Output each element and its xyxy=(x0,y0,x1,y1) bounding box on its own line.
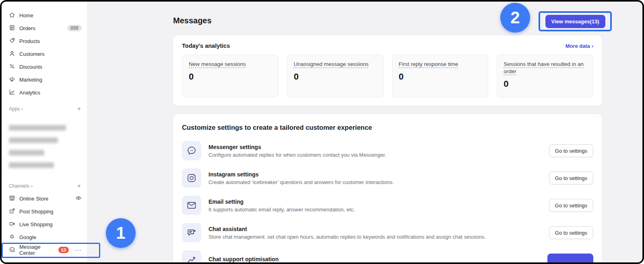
stat-unassigned-message-sessions: Unassigned message sessions 0 xyxy=(287,55,384,97)
sidebar-item-home[interactable]: Home xyxy=(2,9,87,22)
marketing-icon xyxy=(9,76,15,84)
instagram-icon xyxy=(182,168,201,188)
channels-section-header: Channels › + xyxy=(2,180,87,192)
sidebar-item-customers[interactable]: Customers xyxy=(2,47,87,60)
stat-label: Unassigned message sessions xyxy=(294,61,377,68)
stat-label: New message sessions xyxy=(189,61,272,68)
settings-row-desc: Create automated ‘icebreaker’ questions … xyxy=(208,179,394,185)
sidebar-item-label: Analytics xyxy=(19,90,40,96)
analytics-card: Today's analytics More data › New messag… xyxy=(173,35,602,106)
app-window: Home Orders 899 Products Customers Disco… xyxy=(0,0,644,264)
stats-row: New message sessions 0 Unassigned messag… xyxy=(182,55,593,97)
post-shopping-icon xyxy=(9,208,15,215)
home-icon xyxy=(9,12,15,19)
analytics-card-title: Today's analytics xyxy=(182,43,230,49)
google-icon: G xyxy=(9,233,15,241)
more-data-link[interactable]: More data › xyxy=(566,43,593,49)
sidebar-item-marketing[interactable]: Marketing xyxy=(2,73,87,86)
sidebar-item-label: Customers xyxy=(19,51,45,57)
settings-row-chat-assistant: Chat assistant Store chat management: se… xyxy=(182,222,593,243)
settings-row-title: Chat assistant xyxy=(208,226,486,232)
sidebar-item-label: Message Center xyxy=(19,244,52,256)
go-to-settings-button[interactable] xyxy=(547,254,593,264)
stat-sessions-resulting-in-order: Sessions that have resulted in an order … xyxy=(497,55,593,97)
apps-list xyxy=(2,125,87,168)
stat-first-reply-response-time: First reply response time 0 xyxy=(392,55,489,97)
email-icon xyxy=(182,196,201,215)
sidebar: Home Orders 899 Products Customers Disco… xyxy=(2,2,88,262)
message-center-icon xyxy=(9,246,15,254)
add-channel-button[interactable]: + xyxy=(77,183,81,189)
settings-row-messenger: Messenger settings Configure automated r… xyxy=(182,140,593,161)
messenger-icon xyxy=(182,141,201,160)
svg-text:G: G xyxy=(10,234,14,239)
settings-row-desc: Configure automated replies for when cus… xyxy=(208,152,386,158)
orders-icon xyxy=(9,25,15,32)
sidebar-item-label: Orders xyxy=(19,25,35,31)
go-to-settings-button[interactable]: Go to settings xyxy=(549,172,593,184)
chevron-right-icon: › xyxy=(592,43,593,49)
redacted-app-item[interactable] xyxy=(9,162,54,168)
stat-label: First reply response time xyxy=(399,61,482,68)
redacted-app-item[interactable] xyxy=(9,125,66,131)
chat-support-icon xyxy=(182,250,201,264)
customers-icon xyxy=(9,50,15,58)
settings-row-title: Chat support optimisation xyxy=(208,256,279,262)
apps-section-label[interactable]: Apps xyxy=(9,106,20,112)
sidebar-item-label: Online Store xyxy=(19,196,48,202)
eye-icon[interactable] xyxy=(75,195,82,203)
sidebar-item-message-center[interactable]: Message Center 13 ··· xyxy=(2,244,87,256)
annotation-step-2-circle: 2 xyxy=(500,3,530,33)
apps-section-header: Apps › + xyxy=(2,103,87,115)
products-icon xyxy=(9,37,15,45)
sidebar-item-live-shopping[interactable]: Live Shopping xyxy=(2,218,87,231)
settings-card-title: Customize settings to create a tailored … xyxy=(182,124,593,131)
stat-value: 0 xyxy=(504,79,586,89)
settings-row-title: Instagram settings xyxy=(208,171,394,178)
chevron-right-icon: › xyxy=(31,183,33,189)
go-to-settings-button[interactable]: Go to settings xyxy=(549,199,593,212)
sidebar-item-online-store[interactable]: Online Store xyxy=(2,192,87,205)
settings-row-instagram: Instagram settings Create automated ‘ice… xyxy=(182,168,593,188)
chevron-right-icon: › xyxy=(21,106,23,112)
annotation-rect-step-2: View messages(13) xyxy=(539,11,612,31)
add-app-button[interactable]: + xyxy=(77,106,81,112)
chat-assistant-icon xyxy=(182,223,201,242)
sidebar-item-label: Google xyxy=(19,234,36,240)
settings-row-email: Email setting It supports automatic emai… xyxy=(182,195,593,216)
annotation-step-1-circle: 1 xyxy=(106,218,136,248)
stat-value: 0 xyxy=(399,72,482,82)
analytics-icon xyxy=(9,89,15,96)
go-to-settings-button[interactable]: Go to settings xyxy=(549,226,593,239)
settings-row-title: Messenger settings xyxy=(208,144,386,150)
stat-value: 0 xyxy=(294,72,377,82)
sidebar-item-analytics[interactable]: Analytics xyxy=(2,86,87,99)
view-messages-button[interactable]: View messages(13) xyxy=(545,15,605,28)
sidebar-item-discounts[interactable]: Discounts xyxy=(2,60,87,73)
sidebar-item-label: Products xyxy=(19,38,40,44)
sidebar-item-products[interactable]: Products xyxy=(2,35,87,47)
sidebar-item-label: Live Shopping xyxy=(19,221,52,227)
stat-value: 0 xyxy=(189,72,272,82)
orders-count-badge: 899 xyxy=(67,25,82,31)
sidebar-item-label: Discounts xyxy=(19,64,42,70)
more-options-icon[interactable]: ··· xyxy=(75,247,82,253)
channels-section-label[interactable]: Channels xyxy=(9,183,29,189)
page-title: Messages xyxy=(173,16,212,25)
redacted-app-item[interactable] xyxy=(9,150,44,156)
storefront-icon xyxy=(9,195,15,203)
sidebar-item-orders[interactable]: Orders 899 xyxy=(2,22,87,35)
sidebar-item-post-shopping[interactable]: Post Shopping xyxy=(2,205,87,218)
settings-row-desc: Store chat management: set chat open hou… xyxy=(208,234,486,240)
stat-new-message-sessions: New message sessions 0 xyxy=(182,55,279,97)
settings-row-desc: It supports automatic email reply, answe… xyxy=(208,207,355,213)
discounts-icon xyxy=(9,63,15,71)
message-center-unread-badge: 13 xyxy=(58,247,69,253)
redacted-app-item[interactable] xyxy=(9,137,58,143)
sidebar-item-label: Marketing xyxy=(19,77,42,83)
go-to-settings-button[interactable]: Go to settings xyxy=(549,144,593,157)
sidebar-item-label: Post Shopping xyxy=(19,209,54,215)
settings-row-title: Email setting xyxy=(208,199,355,205)
sidebar-item-google[interactable]: G Google xyxy=(2,231,87,244)
sidebar-item-label: Home xyxy=(19,12,33,18)
